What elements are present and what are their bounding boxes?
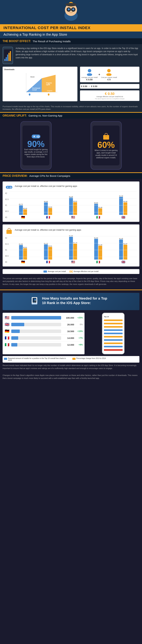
boost-content: Achieving a top ranking in the iOS App S… xyxy=(0,44,142,104)
installs-tall-phone: Top 10 xyxy=(102,313,124,354)
rank-bar-6 xyxy=(104,336,122,338)
gaming-phone-screen: 90% Each install bought for gaming app r… xyxy=(22,126,49,165)
header-subtitle: Achieving a Top Ranking in the App Store xyxy=(4,32,138,36)
gaming-bar-it: €0.80 €0.48 🇮🇹 xyxy=(86,202,110,219)
ng-bar-it: €1.50 €1.00 🇮🇹 xyxy=(86,237,110,264)
table-row-de: 🇩🇪 16.500 +10% xyxy=(4,328,83,335)
legend-pct-swatch xyxy=(72,358,76,360)
svg-rect-43 xyxy=(103,135,109,140)
svg-text:Organic: Organic xyxy=(46,82,52,84)
organic-cost-item: Cost per organic install € 0 xyxy=(101,68,117,81)
svg-point-40 xyxy=(38,136,40,137)
ng-pair-de: €1.05 €0.81 xyxy=(19,243,27,260)
it-table-flag: 🇮🇹 xyxy=(4,342,10,347)
price-content: Average cost per install vs. effective c… xyxy=(0,179,142,290)
header: GM INTERNATIONAL COST PER INSTALL INDEX … xyxy=(0,0,142,38)
rank-bar-1 xyxy=(104,320,122,321)
installs-legend: Required amount of installs for a positi… xyxy=(2,356,140,362)
price-desc: Average CPIs for Boost Campaigns xyxy=(29,174,70,177)
organic-cost-label: Cost per organic install xyxy=(101,76,117,78)
installs-title: How Many Installs are Needed for a Top 1… xyxy=(42,296,111,305)
organic-section-header: ORGANIC UPLIFT: Gaming vs. Non-Gaming Ap… xyxy=(0,113,142,118)
fr-flag: 🇫🇷 xyxy=(46,216,50,219)
ng-de-eff xyxy=(23,248,27,260)
ng-pair-fr: €1.10 €0.91 xyxy=(44,242,52,260)
svg-rect-10 xyxy=(4,59,5,61)
gaming-controller-icon xyxy=(5,184,13,190)
legend-avg-item: Average cost per install xyxy=(44,270,66,272)
fr-table-flag: 🇫🇷 xyxy=(4,336,10,340)
svg-point-34 xyxy=(107,69,111,72)
ng-fr-flag: 🇫🇷 xyxy=(46,260,50,264)
gaming-y-axis: €2 €1.5 €1 €0.5 €0 xyxy=(5,192,8,219)
fr-install-pct: +7% xyxy=(76,337,83,339)
de-install-bar xyxy=(11,330,20,333)
it-flag: 🇮🇹 xyxy=(96,216,100,219)
ng-de-avg xyxy=(19,245,23,260)
it-install-bar xyxy=(11,343,17,346)
ng-it-eff xyxy=(98,246,102,260)
effective-label: Average effective cost per install €0.50 xyxy=(82,96,138,98)
legend-pct-text: Percentage change from 2013 to 2014 xyxy=(76,358,106,359)
de-eff-bar xyxy=(23,209,27,215)
fr-install-bar-bg xyxy=(11,336,61,340)
svg-rect-12 xyxy=(7,54,8,61)
us-flag: 🇺🇸 xyxy=(71,216,75,219)
legend-avg-swatch xyxy=(44,270,47,272)
svg-point-33 xyxy=(87,73,92,76)
mascot-area: GM xyxy=(0,0,142,24)
legend-eff-item: Average effective cost per install xyxy=(69,270,98,272)
ng-bar-de: €1.05 €0.81 🇩🇪 xyxy=(11,243,35,264)
formula-sum-label: € 0.50 xyxy=(81,85,87,88)
gaming-bar-de: €0.70 €0.40 🇩🇪 xyxy=(11,204,35,219)
controller-icon xyxy=(31,133,41,140)
boost-label: THE BOOST EFFECT: xyxy=(2,40,31,43)
gaming-bar-fr: €0.90 €0.50 🇫🇷 xyxy=(36,201,60,219)
plus-sign: + xyxy=(98,73,100,76)
ng-fr-avg xyxy=(44,244,48,260)
shopping-bag-icon xyxy=(102,132,110,140)
svg-point-6 xyxy=(68,8,70,10)
svg-rect-27 xyxy=(29,95,30,96)
legend-avg-label: Average cost per install xyxy=(48,270,66,272)
svg-point-49 xyxy=(11,187,12,188)
download-icon xyxy=(31,296,40,306)
svg-text:Organic: Organic xyxy=(47,90,52,92)
phone-screen xyxy=(4,49,12,62)
rank-bar-10 xyxy=(104,349,122,351)
gb-flag: 🇬🇧 xyxy=(122,216,125,219)
us-eff-bar xyxy=(73,202,77,215)
organic-content: 90% Each install bought for gaming app r… xyxy=(0,118,142,172)
rank-bar-4 xyxy=(104,329,122,331)
bar-pair-it: €0.80 €0.48 xyxy=(94,202,102,215)
boost-footnote-text: Purchased installs boost the app to the … xyxy=(2,105,140,111)
boost-triangle-chart: Purchased install Organic Uplift Boost O… xyxy=(4,71,76,96)
ng-us-flag: 🇺🇸 xyxy=(71,260,75,264)
nongaming-chart-title: Average cost per install vs. effective c… xyxy=(15,229,81,231)
svg-rect-52 xyxy=(6,230,12,234)
organic-label: ORGANIC UPLIFT: xyxy=(2,114,27,117)
price-legend: Average cost per install Average effecti… xyxy=(2,269,140,274)
svg-point-50 xyxy=(10,187,10,188)
gaming-bar-chart: €0.70 €0.40 🇩🇪 xyxy=(9,192,137,219)
boost-intro-text: Achieving a top ranking in the iOS App S… xyxy=(16,47,140,59)
de-flag: 🇩🇪 xyxy=(21,216,25,219)
price-section-header: PRICE OVERVIEW: Average CPIs for Boost C… xyxy=(0,173,142,179)
installs-footnote2: Changes to the App Store's algorithm mea… xyxy=(2,372,140,381)
nongaming-text: When it comes to non-gaming apps, each b… xyxy=(94,149,118,159)
svg-point-48 xyxy=(10,186,11,187)
rank-bar-2 xyxy=(104,323,122,324)
nongaming-bar-chart: €1.05 €0.81 🇩🇪 xyxy=(9,236,137,264)
fr-install-bar xyxy=(11,336,18,340)
gaming-phone-wrap: 90% Each install bought for gaming app r… xyxy=(2,121,69,170)
installs-legend-item1: Required amount of installs for a positi… xyxy=(4,358,70,361)
de-install-bar-bg xyxy=(11,330,61,333)
svg-point-26 xyxy=(29,94,30,95)
bar-pair-de: €0.70 €0.40 xyxy=(19,204,27,215)
ng-bar-us: €1.65 €1.15 🇺🇸 xyxy=(61,235,85,264)
gaming-percent: 90% xyxy=(27,140,44,148)
rank-bar-5 xyxy=(104,333,122,334)
gaming-text: Each install bought for gaming app resul… xyxy=(24,148,48,158)
gaming-bars-area: €0.70 €0.40 🇩🇪 xyxy=(9,192,137,219)
it-install-bar-bg xyxy=(11,343,61,346)
